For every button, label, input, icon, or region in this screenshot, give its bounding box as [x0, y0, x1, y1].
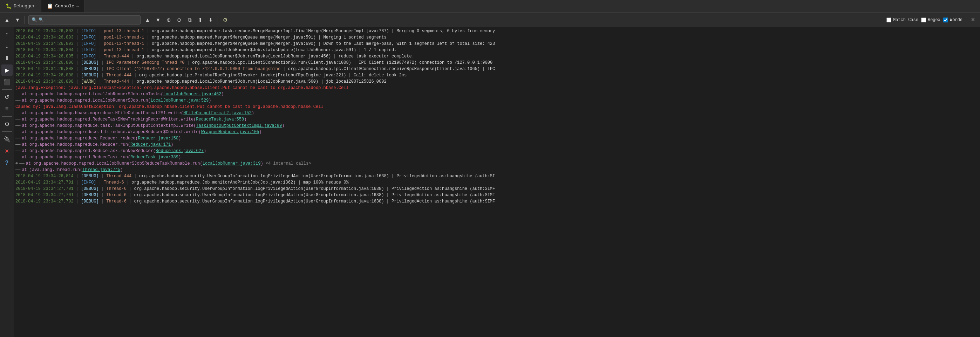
next-match-button[interactable]: ▼	[153, 15, 163, 25]
log-stacktrace-line: ── at org.apache.hadoop.hbase.mapreduce.…	[14, 110, 980, 116]
search-box: 🔍	[29, 16, 140, 24]
log-line: 2018-04-19 23:34:26,804 | [INFO] | pool-…	[14, 47, 980, 53]
log-stacktrace-line: ── at org.apache.hadoop.mapred.LocalJobR…	[14, 97, 980, 104]
collapse-button[interactable]: ⊖	[174, 15, 184, 25]
words-label: Words	[950, 17, 963, 22]
sidebar-console-btn[interactable]: ≡	[2, 103, 13, 114]
sidebar-play-btn[interactable]: ▶	[2, 64, 13, 76]
sidebar-pause-btn[interactable]: ⏸	[2, 52, 13, 64]
log-stacktrace-expand-line: ⊕ ── at org.apache.hadoop.mapred.LocalJo…	[14, 161, 980, 167]
link-ReduceTask-389[interactable]: ReduceTask.java:389	[130, 155, 178, 160]
log-stacktrace-line: ── at org.apache.hadoop.mapred.ReduceTas…	[14, 116, 980, 122]
console-icon: 📋	[47, 3, 53, 9]
search-input[interactable]	[38, 17, 137, 22]
indent-icon: ──	[16, 97, 20, 104]
indent-icon: ──	[16, 135, 20, 141]
close-console-button[interactable]: ×	[968, 15, 978, 25]
tab-console-label: Console	[55, 3, 74, 9]
log-line: 2018-04-19 23:34:26,808 | [DEBUG] | IPC …	[14, 66, 980, 72]
log-line: 2018-04-19 23:34:26,814 | [DEBUG] | Thre…	[14, 173, 980, 180]
link-HFileOutputFormat2-152[interactable]: HFileOutputFormat2.java:152	[183, 111, 251, 116]
scroll-down-button[interactable]: ▼	[13, 15, 22, 25]
log-stacktrace-line: ── at org.apache.hadoop.mapreduce.Reduce…	[14, 141, 980, 148]
sidebar-help-btn[interactable]: ?	[2, 157, 13, 168]
log-line: 2018-04-19 23:34:26,803 | [INFO] | pool-…	[14, 41, 980, 47]
import-button[interactable]: ⬇	[206, 15, 216, 25]
expand-internal-calls[interactable]: ⊕	[16, 161, 18, 167]
log-line: 2018-04-19 23:34:26,808 | [WARN] | Threa…	[14, 78, 980, 85]
sidebar-stop-btn[interactable]: ⬛	[2, 76, 13, 87]
toolbar-sep-2	[218, 16, 218, 24]
indent-icon: ──	[19, 161, 24, 167]
log-line: 2018-04-19 23:34:26,805 | [INFO] | Threa…	[14, 53, 980, 60]
tab-console[interactable]: 📋 Console →	[41, 0, 84, 12]
log-stacktrace-line: ── at org.apache.hadoop.mapred.ReduceTas…	[14, 154, 980, 161]
tab-arrow: →	[76, 4, 79, 8]
indent-icon: ──	[16, 141, 20, 148]
log-line: 2018-04-19 23:34:27,701 | [DEBUG] | Thre…	[14, 186, 980, 192]
search-icon: 🔍	[32, 17, 37, 23]
indent-icon: ──	[16, 110, 20, 116]
filter-button[interactable]: ⧉	[185, 15, 194, 25]
log-stacktrace-line: ── at org.apache.hadoop.mapred.LocalJobR…	[14, 91, 980, 97]
indent-icon: ──	[16, 154, 20, 161]
log-line: 2018-04-19 23:34:26,806 | [DEBUG] | IPC …	[14, 60, 980, 66]
toolbar-right: Match Case Regex Words ×	[886, 15, 978, 25]
link-ReduceTask-558[interactable]: ReduceTask.java:558	[196, 117, 244, 122]
log-stacktrace-line: ── at java.lang.Thread.run(Thread.java:7…	[14, 167, 980, 173]
link-Reducer-150[interactable]: Reducer.java:150	[138, 136, 178, 141]
regex-toggle[interactable]: Regex	[921, 17, 940, 22]
sidebar-sep-1	[2, 89, 12, 90]
link-ReduceTask-627[interactable]: ReduceTask.java:627	[156, 149, 204, 153]
log-line: 2018-04-19 23:34:27,702 | [DEBUG] | Thre…	[14, 198, 980, 205]
log-causedby-line: Caused by: java.lang.ClassCastException:…	[14, 104, 980, 110]
link-LocalJobRunner-529[interactable]: LocalJobRunner.java:529	[151, 98, 209, 103]
regex-checkbox[interactable]	[921, 17, 926, 22]
log-line: 2018-04-19 23:34:26,803 | [INFO] | pool-…	[14, 34, 980, 41]
toolbar: ▲ ▼ 🔍 ▲ ▼ ⊕ ⊖ ⧉ ⬆ ⬇ ⚙ Match Case Regex	[0, 13, 980, 27]
sidebar-sep-2	[2, 116, 12, 117]
match-case-checkbox[interactable]	[886, 17, 891, 22]
log-line: 2018-04-19 23:34:26,803 | [INFO] | pool-…	[14, 28, 980, 34]
log-exception-line: java.lang.Exception: java.lang.ClassCast…	[14, 85, 980, 91]
link-Reducer-171[interactable]: Reducer.java:171	[130, 142, 171, 147]
indent-icon: ──	[16, 167, 20, 173]
sidebar-down-btn[interactable]: ↓	[2, 41, 13, 52]
tab-debugger[interactable]: 🐛 Debugger	[0, 0, 41, 12]
indent-icon: ──	[16, 91, 20, 97]
tab-bar: 🐛 Debugger 📋 Console →	[0, 0, 980, 13]
match-case-toggle[interactable]: Match Case	[886, 17, 918, 22]
debugger-icon: 🐛	[6, 3, 11, 9]
console-area[interactable]: 2018-04-19 23:34:26,803 | [INFO] | pool-…	[14, 27, 980, 337]
sidebar: ↑ ↓ ⏸ ▶ ⬛ ↺ ≡ ⚙ 🔌 ✕ ?	[0, 27, 14, 337]
words-checkbox[interactable]	[943, 17, 948, 22]
sidebar-sep-3	[2, 131, 12, 132]
indent-icon: ──	[16, 122, 20, 129]
prev-match-button[interactable]: ▲	[143, 15, 153, 25]
words-toggle[interactable]: Words	[943, 17, 963, 22]
link-Thread-745[interactable]: Thread.java:745	[83, 167, 120, 172]
toolbar-sep-1	[24, 16, 25, 24]
log-line: 2018-04-19 23:34:27,701 | [INFO] | Threa…	[14, 180, 980, 186]
indent-icon: ──	[16, 116, 20, 122]
sidebar-restart-btn[interactable]: ↺	[2, 91, 13, 103]
link-TaskInputOutputContextImpl-89[interactable]: TaskInputOutputContextImpl.java:89	[196, 123, 282, 128]
link-WrappedReducer-105[interactable]: WrappedReducer.java:105	[201, 130, 259, 135]
link-LocalJobRunner-319[interactable]: LocalJobRunner.java:319	[203, 161, 261, 166]
link-LocalJobRunner-462[interactable]: LocalJobRunner.java:462	[163, 92, 221, 97]
main-area: ↑ ↓ ⏸ ▶ ⬛ ↺ ≡ ⚙ 🔌 ✕ ? 2018-04-19 23:34:2…	[0, 27, 980, 337]
settings-button[interactable]: ⚙	[220, 15, 230, 25]
expand-button[interactable]: ⊕	[164, 15, 173, 25]
scroll-up-button[interactable]: ▲	[2, 15, 12, 25]
export-button[interactable]: ⬆	[195, 15, 205, 25]
app-container: 🐛 Debugger 📋 Console → ▲ ▼ 🔍 ▲ ▼ ⊕ ⊖ ⧉ ⬆…	[0, 0, 980, 337]
log-line: 2018-04-19 23:34:26,808 | [DEBUG] | Thre…	[14, 72, 980, 78]
indent-icon: ──	[16, 148, 20, 154]
sidebar-up-btn[interactable]: ↑	[2, 29, 13, 40]
tab-debugger-label: Debugger	[14, 3, 35, 9]
sidebar-settings-btn[interactable]: ⚙	[2, 118, 13, 130]
regex-label: Regex	[928, 17, 940, 22]
sidebar-close-btn[interactable]: ✕	[2, 145, 13, 157]
log-stacktrace-line: ── at org.apache.hadoop.mapreduce.task.T…	[14, 122, 980, 129]
sidebar-plugin-btn[interactable]: 🔌	[2, 134, 13, 145]
